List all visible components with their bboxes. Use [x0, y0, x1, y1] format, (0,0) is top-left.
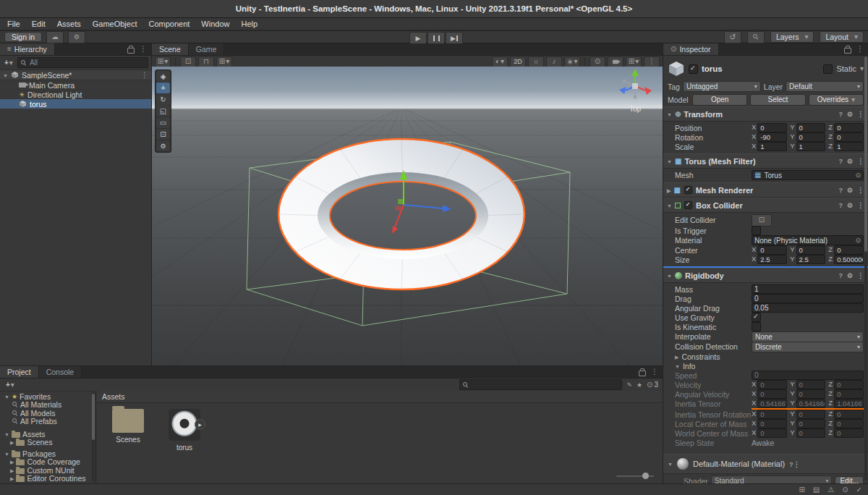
lighting-toggle[interactable] — [528, 56, 544, 67]
search-by-type-icon[interactable] — [626, 381, 632, 389]
size-y-field[interactable]: 2.5 — [796, 255, 826, 264]
grid-snap-toggle[interactable] — [216, 56, 232, 67]
scene-viewport[interactable]: Top — [152, 67, 663, 365]
scene-orientation-gizmo[interactable]: Top — [619, 69, 652, 113]
snap-toggle[interactable]: ⊓ — [198, 56, 214, 67]
menu-help[interactable]: Help — [235, 18, 263, 30]
mesh-renderer-enabled-checkbox[interactable] — [684, 186, 692, 194]
tool-settings-dropdown[interactable] — [155, 56, 171, 67]
custom-tools-button[interactable] — [156, 140, 170, 151]
rigidbody-header[interactable]: Rigidbody — [663, 268, 868, 283]
hierarchy-item-directional-light[interactable]: Directional Light — [0, 90, 151, 99]
tab-inspector[interactable]: Inspector — [663, 43, 719, 55]
preset-icon[interactable] — [847, 158, 853, 165]
hierarchy-item-main-camera[interactable]: Main Camera — [0, 80, 151, 90]
create-button[interactable] — [3, 59, 14, 67]
position-z-field[interactable]: 0 — [834, 123, 864, 132]
assets-root[interactable]: Assets — [0, 430, 95, 439]
view-tool-button[interactable] — [156, 71, 170, 82]
layout-dropdown[interactable]: Layout — [820, 31, 864, 43]
tag-dropdown[interactable]: Untagged — [683, 81, 761, 92]
center-y-field[interactable]: 0 — [796, 245, 826, 255]
torus-object[interactable] — [278, 139, 524, 289]
mass-field[interactable]: 1 — [752, 284, 864, 294]
package-manager-icon[interactable] — [799, 486, 804, 494]
layers-dropdown[interactable]: Layers — [770, 31, 814, 43]
size-z-field[interactable]: 0.5000001 — [834, 255, 864, 264]
favorite-all-prefabs[interactable]: All Prefabs — [0, 418, 95, 426]
mesh-renderer-header[interactable]: Mesh Renderer — [663, 182, 868, 198]
search-by-label-icon[interactable] — [637, 381, 642, 389]
audio-toggle[interactable] — [546, 56, 562, 67]
tab-project[interactable]: Project — [0, 366, 39, 378]
lock-icon[interactable] — [844, 48, 851, 54]
create-asset-button[interactable] — [4, 381, 16, 389]
play-button[interactable] — [409, 32, 427, 44]
packages-root[interactable]: Packages — [0, 449, 95, 458]
layer-dropdown[interactable]: Default — [786, 81, 864, 92]
favorite-all-models[interactable]: All Models — [0, 409, 95, 418]
model-open-button[interactable]: Open — [692, 94, 747, 106]
foldout-open-icon[interactable] — [668, 460, 673, 468]
scene-view-menu[interactable] — [644, 56, 660, 67]
constraints-foldout[interactable]: Constraints — [663, 352, 868, 361]
position-x-field[interactable]: 0 — [757, 123, 787, 132]
preset-icon[interactable] — [847, 272, 853, 279]
2d-toggle[interactable]: 2D — [510, 56, 526, 67]
warning-icon[interactable] — [827, 486, 834, 494]
model-select-button[interactable]: Select — [750, 94, 805, 106]
preset-icon[interactable] — [847, 202, 853, 209]
hierarchy-scene-row[interactable]: SampleScene* — [0, 70, 151, 80]
interpolate-dropdown[interactable]: None — [752, 331, 864, 342]
material-header[interactable]: Default-Material (Material) — [663, 454, 868, 474]
step-button[interactable] — [446, 32, 463, 44]
kebab-icon[interactable] — [857, 111, 864, 118]
center-x-field[interactable]: 0 — [757, 245, 787, 255]
static-checkbox[interactable] — [823, 64, 833, 74]
account-button[interactable] — [68, 31, 85, 43]
package-code-coverage[interactable]: Code Coverage — [0, 458, 95, 467]
rotation-x-field[interactable]: -90 — [757, 132, 787, 142]
scale-z-field[interactable]: 1 — [834, 142, 864, 151]
tab-console[interactable]: Console — [39, 366, 82, 378]
project-search-input[interactable] — [472, 381, 618, 389]
shader-dropdown[interactable]: Standard — [711, 475, 833, 483]
inspector-scrollbar[interactable] — [864, 56, 867, 481]
asset-item-torus[interactable]: torus — [161, 409, 208, 452]
gameobject-name-field[interactable]: torus — [702, 64, 820, 73]
rotation-z-field[interactable]: 0 — [834, 132, 864, 142]
is-kinematic-checkbox[interactable] — [752, 322, 761, 331]
sign-in-button[interactable]: Sign in — [4, 32, 42, 42]
static-dropdown-icon[interactable] — [860, 65, 864, 72]
tab-hierarchy[interactable]: ≡ Hierarchy — [0, 43, 55, 55]
assets-scenes-folder[interactable]: Scenes — [0, 439, 95, 447]
project-tree-scrollbar[interactable] — [92, 392, 95, 482]
panel-menu-icon[interactable] — [856, 46, 864, 53]
expand-model-icon[interactable] — [195, 419, 205, 430]
box-collider-header[interactable]: Box Collider — [663, 198, 868, 213]
rect-tool-button[interactable] — [156, 117, 170, 128]
hierarchy-item-torus[interactable]: torus — [0, 99, 151, 109]
object-picker-icon[interactable] — [855, 237, 861, 244]
object-picker-icon[interactable] — [855, 172, 861, 179]
is-trigger-checkbox[interactable] — [752, 226, 761, 235]
effects-dropdown[interactable] — [564, 56, 580, 67]
angular-drag-field[interactable]: 0.05 — [752, 303, 864, 313]
hidden-packages-toggle[interactable]: 3 — [647, 381, 658, 389]
help-icon[interactable] — [838, 158, 843, 165]
shader-edit-button[interactable]: Edit... — [835, 476, 864, 483]
help-icon[interactable] — [838, 202, 843, 209]
favorites-root[interactable]: Favorites — [0, 392, 95, 401]
scene-camera-settings[interactable] — [608, 56, 624, 67]
edit-collider-button[interactable] — [752, 214, 772, 227]
foldout-open-icon[interactable] — [667, 111, 672, 118]
slider-knob[interactable] — [642, 473, 649, 479]
pivot-toggle[interactable] — [180, 56, 196, 67]
cloud-services-button[interactable] — [46, 31, 64, 43]
lock-icon[interactable] — [127, 48, 135, 54]
menu-gameobject[interactable]: GameObject — [87, 18, 143, 30]
menu-file[interactable]: File — [1, 18, 26, 30]
center-z-field[interactable]: 0 — [834, 245, 864, 255]
kebab-icon[interactable] — [857, 187, 864, 194]
menu-window[interactable]: Window — [195, 18, 235, 30]
